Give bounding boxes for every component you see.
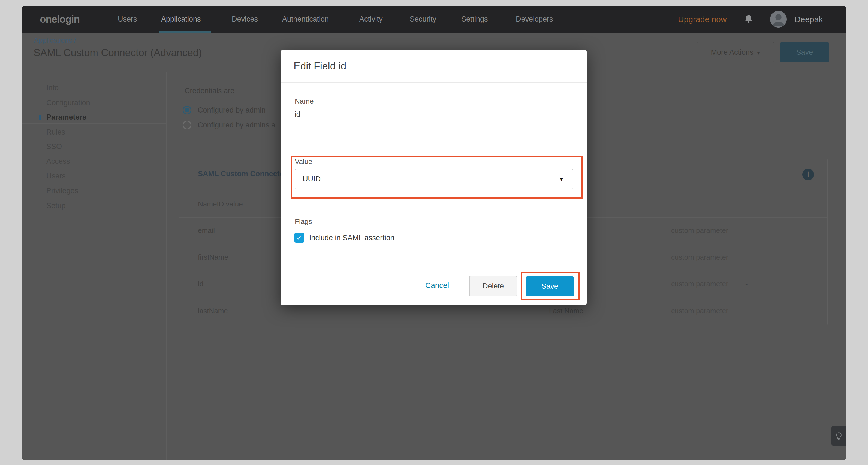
sidebar-item-configuration[interactable]: Configuration [46, 98, 90, 108]
nav-item-devices[interactable]: Devices [232, 6, 258, 33]
cancel-button[interactable]: Cancel [425, 281, 449, 290]
modal-header-divider [281, 82, 587, 82]
onelogin-logo: onelogin [40, 6, 80, 33]
sidebar-section-divider [22, 123, 166, 124]
sidebar-item-users[interactable]: Users [46, 171, 66, 181]
sidebar-item-info[interactable]: Info [46, 83, 59, 93]
nav-item-activity[interactable]: Activity [359, 6, 383, 33]
param-row-nameid[interactable]: NameID value [198, 200, 243, 208]
param-tag-id: custom parameter [671, 279, 728, 288]
value-dropdown[interactable]: UUID ▼ [295, 169, 573, 189]
nav-item-developers[interactable]: Developers [516, 6, 553, 33]
sidebar-item-parameters[interactable]: Parameters [46, 112, 86, 122]
page-title: SAML Custom Connector (Advanced) [34, 47, 202, 59]
flags-label: Flags [295, 218, 312, 226]
dropdown-caret-icon: ▼ [559, 169, 564, 189]
top-navbar: onelogin Users Applications Devices Auth… [22, 6, 846, 33]
sidebar-item-rules[interactable]: Rules [46, 127, 65, 137]
param-row-lastname[interactable]: lastName [198, 306, 228, 315]
sidebar-active-indicator [39, 115, 41, 120]
value-dropdown-selected: UUID [303, 169, 320, 189]
more-actions-label: More Actions [711, 48, 753, 56]
notifications-bell-icon[interactable] [744, 15, 753, 24]
param-row-id[interactable]: id [198, 279, 204, 288]
sidebar-item-setup[interactable]: Setup [46, 201, 66, 210]
include-saml-checkbox[interactable]: ✓ [294, 233, 304, 243]
app-window: onelogin Users Applications Devices Auth… [22, 6, 846, 460]
radio-configured-by-admins-and-users[interactable] [183, 121, 191, 129]
breadcrumb[interactable]: Applications / [34, 36, 76, 45]
radio-label-admin[interactable]: Configured by admin [198, 106, 266, 114]
value-label: Value [295, 158, 312, 166]
header-save-button[interactable]: Save [780, 42, 829, 62]
nav-item-applications[interactable]: Applications [161, 6, 201, 33]
param-tag-firstname: custom parameter [671, 253, 728, 262]
name-label: Name [295, 97, 313, 105]
sidebar-item-privileges[interactable]: Privileges [46, 186, 78, 196]
chevron-down-icon: ▾ [757, 50, 760, 56]
param-value-lastname: Last Name [549, 306, 583, 315]
help-lightbulb-button[interactable] [832, 426, 846, 446]
modal-save-button[interactable]: Save [526, 276, 574, 296]
nav-item-security[interactable]: Security [410, 6, 436, 33]
modal-footer-divider [281, 267, 587, 267]
add-parameter-button[interactable]: + [802, 169, 814, 180]
nav-item-settings[interactable]: Settings [461, 6, 488, 33]
active-tab-underline [159, 31, 211, 33]
param-value-id: - [745, 279, 748, 288]
parameters-table-title: SAML Custom Connecto [198, 170, 284, 178]
sidebar-item-sso[interactable]: SSO [46, 142, 62, 152]
param-tag-email: custom parameter [671, 226, 728, 235]
more-actions-button[interactable]: More Actions▾ [697, 42, 774, 62]
param-row-firstname[interactable]: firstName [198, 253, 228, 262]
name-value: id [295, 110, 300, 119]
nav-item-users[interactable]: Users [118, 6, 137, 33]
modal-title: Edit Field id [293, 61, 346, 72]
include-saml-label[interactable]: Include in SAML assertion [309, 233, 395, 242]
radio-label-admins-users[interactable]: Configured by admins a [198, 121, 275, 129]
sidebar-item-access[interactable]: Access [46, 156, 70, 166]
credentials-label: Credentials are [185, 87, 235, 95]
upgrade-now-link[interactable]: Upgrade now [678, 6, 726, 33]
edit-field-modal: Edit Field id Name id Value UUID ▼ Flags… [281, 50, 587, 305]
user-name-label[interactable]: Deepak [795, 6, 823, 33]
user-avatar[interactable] [770, 11, 787, 28]
radio-configured-by-admin[interactable] [183, 106, 191, 114]
nav-item-authentication[interactable]: Authentication [282, 6, 329, 33]
param-tag-lastname: custom parameter [671, 306, 728, 315]
param-row-email[interactable]: email [198, 226, 215, 235]
lightbulb-icon [835, 432, 843, 441]
delete-button[interactable]: Delete [469, 276, 517, 296]
